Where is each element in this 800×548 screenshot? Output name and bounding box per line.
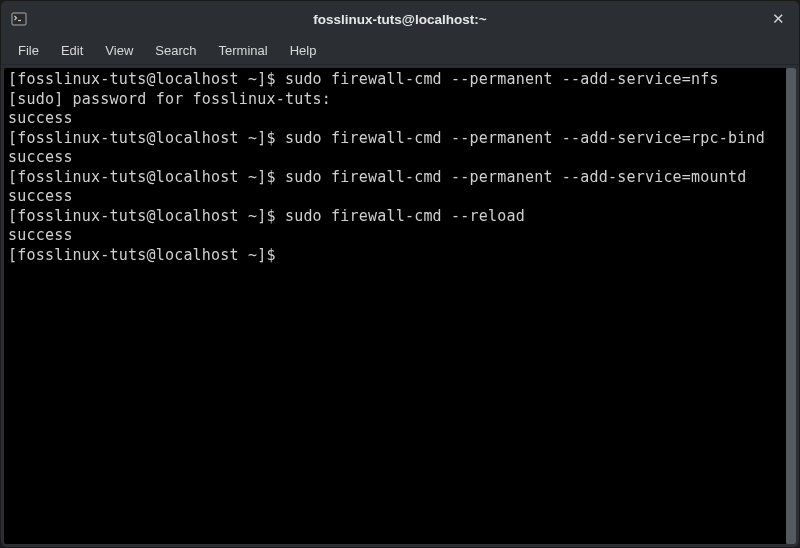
terminal-line: success xyxy=(8,226,73,244)
menu-file[interactable]: File xyxy=(7,39,50,62)
close-icon: ✕ xyxy=(772,10,785,28)
terminal-line: [fosslinux-tuts@localhost ~]$ sudo firew… xyxy=(8,129,765,147)
terminal-line: [fosslinux-tuts@localhost ~]$ sudo firew… xyxy=(8,207,525,225)
menu-edit[interactable]: Edit xyxy=(50,39,94,62)
titlebar: fosslinux-tuts@localhost:~ ✕ xyxy=(1,1,799,37)
terminal-area: [fosslinux-tuts@localhost ~]$ sudo firew… xyxy=(4,68,796,544)
menu-view[interactable]: View xyxy=(94,39,144,62)
scrollbar[interactable] xyxy=(786,68,796,544)
terminal-window: fosslinux-tuts@localhost:~ ✕ File Edit V… xyxy=(1,1,799,547)
menu-help[interactable]: Help xyxy=(279,39,328,62)
terminal-line: [fosslinux-tuts@localhost ~]$ sudo firew… xyxy=(8,70,719,88)
menu-terminal[interactable]: Terminal xyxy=(208,39,279,62)
terminal-line: [fosslinux-tuts@localhost ~]$ xyxy=(8,246,285,264)
terminal-line: success xyxy=(8,109,73,127)
terminal-output[interactable]: [fosslinux-tuts@localhost ~]$ sudo firew… xyxy=(4,68,786,544)
window-title: fosslinux-tuts@localhost:~ xyxy=(313,12,486,27)
menu-search[interactable]: Search xyxy=(144,39,207,62)
svg-rect-0 xyxy=(12,13,26,25)
close-button[interactable]: ✕ xyxy=(767,8,789,30)
terminal-app-icon xyxy=(11,11,27,27)
terminal-line: [sudo] password for fosslinux-tuts: xyxy=(8,90,331,108)
terminal-line: [fosslinux-tuts@localhost ~]$ sudo firew… xyxy=(8,168,746,186)
scrollbar-thumb[interactable] xyxy=(786,68,796,544)
terminal-line: success xyxy=(8,187,73,205)
menubar: File Edit View Search Terminal Help xyxy=(1,37,799,65)
terminal-line: success xyxy=(8,148,73,166)
